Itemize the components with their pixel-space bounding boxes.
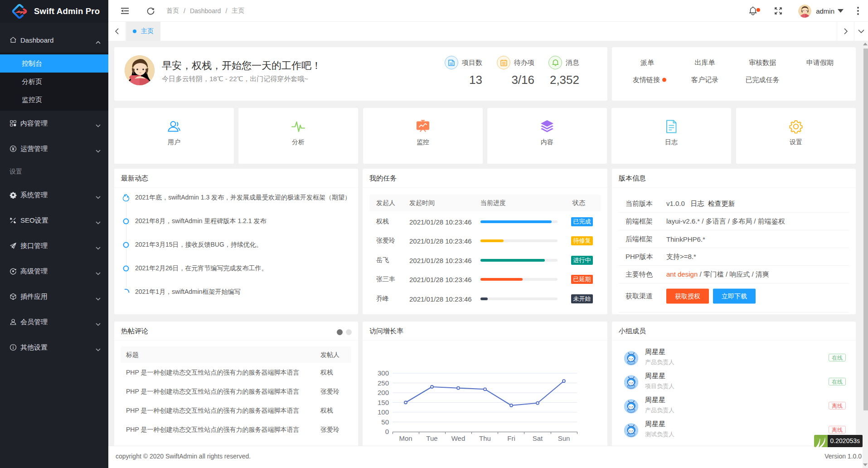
svg-text:300: 300 (378, 369, 389, 377)
svg-text:150: 150 (378, 399, 389, 406)
svg-text:Mon: Mon (399, 434, 412, 442)
svg-text:Tue: Tue (426, 434, 437, 442)
svg-text:0: 0 (385, 428, 389, 435)
svg-text:Sun: Sun (558, 434, 570, 442)
svg-text:Wed: Wed (451, 434, 466, 442)
svg-text:250: 250 (378, 379, 389, 387)
svg-text:Sat: Sat (533, 434, 543, 442)
svg-text:Thu: Thu (479, 434, 491, 442)
svg-text:50: 50 (381, 418, 389, 426)
svg-text:200: 200 (378, 389, 389, 396)
svg-text:100: 100 (378, 408, 389, 416)
svg-text:Fri: Fri (507, 434, 515, 442)
